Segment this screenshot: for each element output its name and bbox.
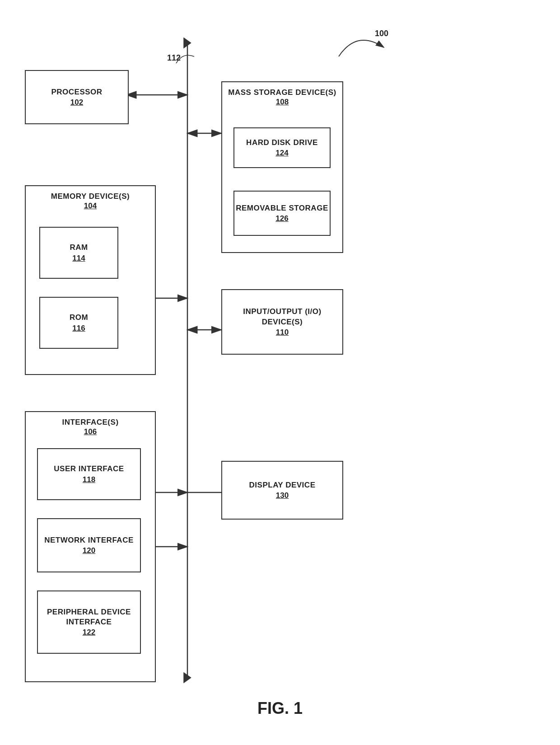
mass-storage-box: MASS STORAGE DEVICE(S) 108 HARD DISK DRI… [221, 81, 343, 253]
display-device-number: 130 [276, 491, 289, 500]
mass-storage-number: 108 [276, 98, 289, 106]
network-interface-number: 120 [83, 546, 95, 555]
rom-number: 116 [72, 324, 85, 333]
hard-disk-box: HARD DISK DRIVE 124 [233, 127, 331, 168]
display-device-label: DISPLAY DEVICE [249, 480, 316, 490]
display-device-box: DISPLAY DEVICE 130 [221, 461, 343, 520]
removable-storage-box: REMOVABLE STORAGE 126 [233, 191, 331, 236]
ram-label: RAM [70, 243, 88, 253]
memory-devices-number: 104 [84, 201, 97, 210]
memory-devices-label: MEMORY DEVICE(S) [51, 192, 130, 201]
hard-disk-number: 124 [275, 149, 288, 158]
reference-100-arrow: 100 [325, 25, 406, 66]
network-interface-label: NETWORK INTERFACE [44, 535, 134, 545]
mass-storage-label: MASS STORAGE DEVICE(S) [228, 88, 336, 97]
io-devices-number: 110 [276, 328, 289, 337]
ram-number: 114 [72, 254, 85, 263]
hard-disk-label: HARD DISK DRIVE [246, 138, 318, 148]
network-interface-box: NETWORK INTERFACE 120 [37, 518, 141, 572]
user-interface-label: USER INTERFACE [54, 464, 124, 474]
diagram: 100 112 PROCESSOR 102 MEMORY DEVICE(S) 1… [0, 0, 560, 745]
processor-label: PROCESSOR [51, 87, 102, 97]
user-interface-box: USER INTERFACE 118 [37, 448, 141, 500]
interfaces-number: 106 [84, 427, 97, 436]
figure-label: FIG. 1 [257, 699, 303, 718]
io-devices-label: INPUT/OUTPUT (I/O) DEVICE(S) [222, 307, 342, 327]
rom-label: ROM [70, 313, 88, 323]
removable-storage-number: 126 [275, 214, 288, 223]
removable-storage-label: REMOVABLE STORAGE [236, 203, 328, 213]
rom-box: ROM 116 [39, 297, 118, 349]
memory-devices-box: MEMORY DEVICE(S) 104 RAM 114 ROM 116 [25, 185, 156, 375]
user-interface-number: 118 [83, 475, 95, 484]
ram-box: RAM 114 [39, 227, 118, 279]
reference-100-label: 100 [325, 25, 406, 67]
io-devices-box: INPUT/OUTPUT (I/O) DEVICE(S) 110 [221, 289, 343, 355]
peripheral-device-label: PERIPHERAL DEVICE INTERFACE [38, 607, 140, 627]
peripheral-device-number: 122 [83, 628, 95, 637]
interfaces-label: INTERFACE(S) [62, 418, 118, 426]
peripheral-device-box: PERIPHERAL DEVICE INTERFACE 122 [37, 590, 141, 654]
svg-text:100: 100 [375, 29, 388, 38]
processor-box: PROCESSOR 102 [25, 70, 129, 124]
processor-number: 102 [70, 98, 83, 107]
interfaces-box: INTERFACE(S) 106 USER INTERFACE 118 NETW… [25, 411, 156, 682]
reference-112-label: 112 [167, 53, 181, 63]
